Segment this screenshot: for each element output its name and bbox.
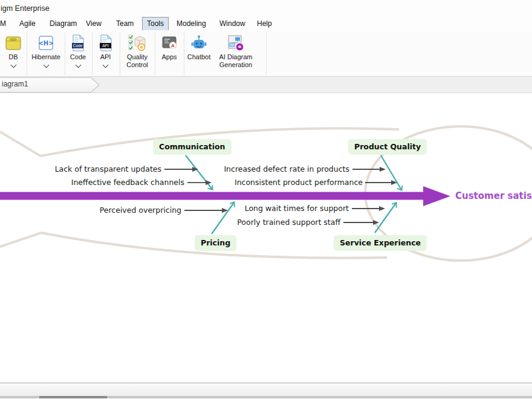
cause-node[interactable]: Ineffective feedback channels <box>51 178 184 187</box>
cause-node[interactable]: Lack of transparent updates <box>28 164 161 174</box>
fishbone-diagram-graphics <box>0 0 532 399</box>
bottom-panel <box>0 383 532 396</box>
category-node-service-experience[interactable]: Service Experience <box>334 235 427 251</box>
cause-node[interactable]: Poorly trained support staff <box>207 218 340 227</box>
horizontal-scrollbar-thumb[interactable] <box>39 396 107 398</box>
category-node-product-quality[interactable]: Product Quality <box>348 139 427 155</box>
cause-node[interactable]: Perceived overpricing <box>48 206 181 215</box>
cause-node[interactable]: Long wait times for support <box>216 204 349 213</box>
category-node-pricing[interactable]: Pricing <box>195 235 236 251</box>
cause-node[interactable]: Increased defect rate in products <box>216 164 349 174</box>
application-window: igm Enterprise M Agile Diagram View Team… <box>0 0 532 399</box>
effect-node[interactable]: Customer satisfaction <box>455 190 532 201</box>
category-node-communication[interactable]: Communication <box>153 139 232 155</box>
cause-node[interactable]: Inconsistent product performance <box>230 178 363 187</box>
